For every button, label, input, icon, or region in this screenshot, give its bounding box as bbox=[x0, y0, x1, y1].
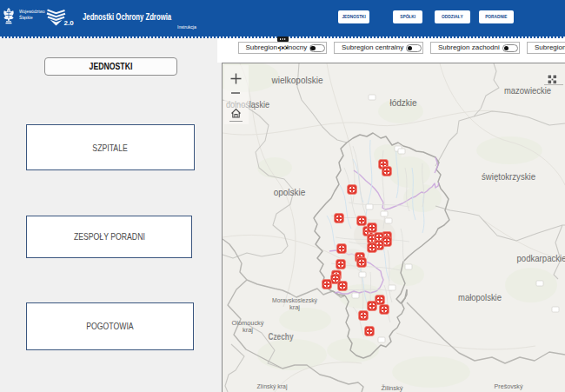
svg-text:Žilinský: Žilinský bbox=[381, 384, 402, 392]
svg-text:świętokrzyskie: świętokrzyskie bbox=[482, 172, 535, 182]
svg-text:podkarpackie: podkarpackie bbox=[517, 254, 565, 263]
svg-text:łódzkie: łódzkie bbox=[389, 98, 417, 108]
svg-text:mazowieckie: mazowieckie bbox=[504, 86, 551, 96]
svg-text:Zlínský kraj: Zlínský kraj bbox=[257, 382, 288, 390]
svg-text:kraj: kraj bbox=[289, 303, 300, 311]
svg-text:opolskie: opolskie bbox=[274, 188, 306, 197]
svg-text:Prešovský: Prešovský bbox=[495, 382, 523, 390]
svg-text:2.0: 2.0 bbox=[64, 19, 75, 27]
svg-text:kraj: kraj bbox=[243, 326, 253, 334]
svg-text:Czechy: Czechy bbox=[269, 331, 294, 342]
svg-text:wielkopolskie: wielkopolskie bbox=[271, 76, 323, 85]
svg-text:małopolskie: małopolskie bbox=[458, 293, 502, 302]
